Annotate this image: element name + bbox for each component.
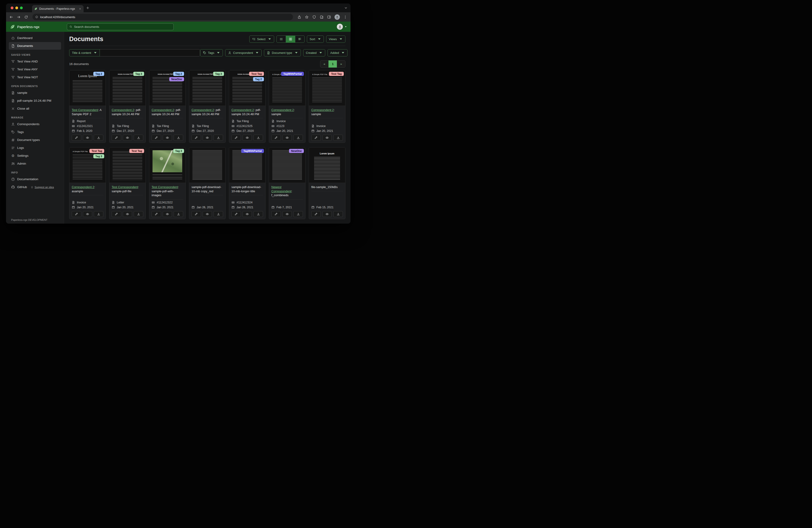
side-panel-icon[interactable] [327,15,331,19]
download-document-button[interactable] [134,211,143,217]
document-thumbnail[interactable]: NewOne [269,147,305,183]
sidebar-item-dashboard[interactable]: Dashboard [9,34,61,42]
document-thumbnail[interactable]: A Simple PDF FileTest TagTag 3 [69,147,106,183]
share-icon[interactable] [298,15,301,19]
tag-badge-newone[interactable]: NewOne [289,149,304,153]
sidebar-item-sample[interactable]: sample [9,89,61,97]
pager-page-1-button[interactable]: 1 [329,60,337,68]
sidebar-item-documentation[interactable]: Documentation [9,175,61,183]
sidebar-item-close-all[interactable]: Close all [9,105,61,112]
document-thumbnail[interactable]: Adobe Acrobat PDF FilesTag 2NewOne [149,70,186,106]
pager-next-button[interactable]: » [337,60,345,68]
edit-document-button[interactable] [112,135,121,141]
download-document-button[interactable] [333,211,343,217]
edit-document-button[interactable] [151,135,161,141]
filter-tags-button[interactable]: Tags [200,49,223,56]
filter-field-button[interactable]: Title & content [69,49,100,56]
tag-badge-tag-2[interactable]: Tag 2 [253,77,264,81]
correspondent-link[interactable]: Correspondent 2 [311,108,334,112]
correspondent-link[interactable]: Correspondent 2 [271,108,294,112]
correspondent-link[interactable]: Newest Correspondent [271,185,291,193]
minimize-window-button[interactable] [15,6,18,9]
document-thumbnail[interactable]: Adobe Acrobat PDF FilesTag 3 [109,70,146,106]
edit-document-button[interactable] [271,211,281,217]
shield-icon[interactable] [312,15,316,19]
edit-document-button[interactable] [72,135,81,141]
document-thumbnail[interactable]: Tag 3 [149,147,186,183]
document-thumbnail[interactable]: A Simple PDF FileTagWithPartial [269,70,305,106]
edit-document-button[interactable] [191,211,201,217]
back-button[interactable] [9,15,13,19]
download-document-button[interactable] [94,211,103,217]
address-bar[interactable]: localhost:4200/documents [32,14,293,20]
sidebar-link-suggest-an-idea[interactable]: Suggest an idea [31,186,54,188]
edit-document-button[interactable] [231,135,241,141]
view-document-button[interactable] [243,211,252,217]
edit-document-button[interactable] [231,211,241,217]
view-document-button[interactable] [322,135,332,141]
correspondent-link[interactable]: Test Correspondent [151,185,178,189]
edit-document-button[interactable] [311,135,321,141]
tag-badge-tag-3[interactable]: Tag 3 [213,72,224,76]
tab-close-icon[interactable] [79,8,82,10]
browser-tab[interactable]: Documents - Paperless-ngx [32,5,84,12]
document-thumbnail[interactable]: TagWithPartial [229,147,265,183]
view-document-button[interactable] [123,211,132,217]
tag-badge-tagwithpartial[interactable]: TagWithPartial [241,149,264,153]
view-document-button[interactable] [322,211,332,217]
edit-document-button[interactable] [191,135,201,141]
document-thumbnail[interactable]: A Simple PDF FileTest Tag [309,70,345,106]
view-document-button[interactable] [282,135,292,141]
site-info-icon[interactable] [35,16,38,18]
download-document-button[interactable] [293,211,303,217]
document-thumbnail[interactable]: Lorem IpsumTag 2 [69,70,106,106]
tag-badge-tag-3[interactable]: Tag 3 [133,72,144,76]
sidebar-item-test-view-not[interactable]: Test View NOT [9,73,61,81]
view-document-button[interactable] [282,211,292,217]
reload-button[interactable] [24,15,28,19]
bookmark-icon[interactable] [305,15,309,19]
document-thumbnail[interactable]: Test Tag [109,147,146,183]
global-search[interactable] [67,24,174,30]
search-input[interactable] [74,25,171,29]
view-document-button[interactable] [163,211,172,217]
tag-badge-test-tag[interactable]: Test Tag [89,149,104,153]
tag-badge-test-tag[interactable]: Test Tag [129,149,144,153]
sidebar-item-logs[interactable]: Logs [9,144,61,152]
view-document-button[interactable] [123,135,132,141]
download-document-button[interactable] [214,211,223,217]
correspondent-link[interactable]: Test Correspondent [72,108,98,112]
new-tab-button[interactable] [86,6,90,10]
extensions-icon[interactable] [320,15,323,19]
filter-correspondent-button[interactable]: Correspondent [225,49,262,56]
download-document-button[interactable] [253,211,263,217]
download-document-button[interactable] [214,135,223,141]
download-document-button[interactable] [253,135,263,141]
tag-badge-tagwithpartial[interactable]: TagWithPartial [281,72,304,76]
browser-profile-avatar[interactable] [334,14,340,20]
sidebar-item-settings[interactable]: ⚙Settings [9,152,61,159]
user-menu[interactable] [337,24,347,30]
edit-document-button[interactable] [112,211,121,217]
view-document-button[interactable] [83,135,92,141]
tag-badge-tag-3[interactable]: Tag 3 [173,149,184,153]
document-thumbnail[interactable]: Adobe Acrobat PDF FilesTest TagTag 2 [229,70,265,106]
view-list-button[interactable] [276,35,286,43]
edit-document-button[interactable] [151,211,161,217]
view-document-button[interactable] [163,135,172,141]
correspondent-link[interactable]: Correspondent 2 [151,108,174,112]
download-document-button[interactable] [134,135,143,141]
sidebar-item-test-view-and[interactable]: Test View AND [9,58,61,65]
correspondent-link[interactable]: Correspondent 2 [72,185,94,189]
tag-badge-test-tag[interactable]: Test Tag [329,72,344,76]
tag-badge-tag-2[interactable]: Tag 2 [173,72,184,76]
forward-button[interactable] [17,15,21,19]
view-details-button[interactable] [295,35,305,43]
sidebar-item-test-view-any[interactable]: Test View ANY [9,66,61,73]
sidebar-item-documents[interactable]: Documents [9,42,61,50]
filter-added-button[interactable]: Added [328,49,348,56]
view-document-button[interactable] [203,211,212,217]
sidebar-item-tags[interactable]: Tags [9,128,61,136]
sort-button[interactable]: Sort [307,35,324,43]
view-document-button[interactable] [203,135,212,141]
